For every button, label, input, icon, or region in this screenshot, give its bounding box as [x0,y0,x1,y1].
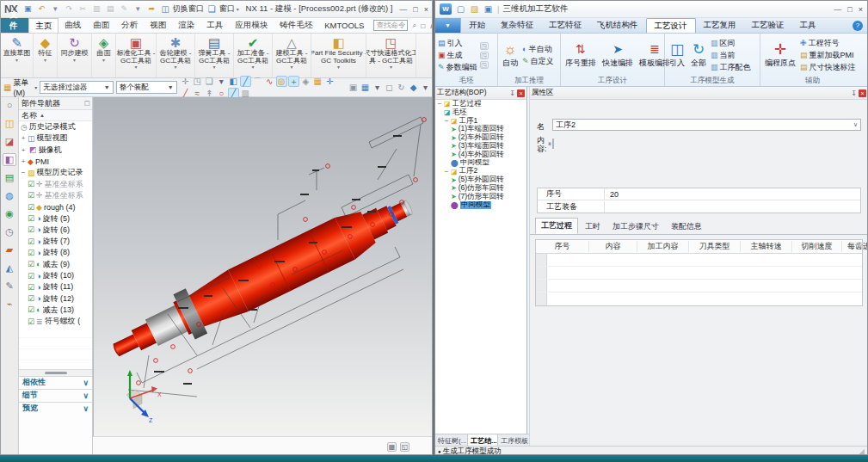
minimize-button[interactable]: — [399,5,407,14]
bop-tree-item[interactable]: ➤ (3)车端面回转 [435,142,526,151]
bop-tree-item[interactable]: ➤ (1)车端面回转 [435,125,526,133]
resource-bar-icon[interactable]: ✎ [3,280,16,293]
tree-item[interactable]: + ◆ PMI [19,156,92,167]
ribbon-button[interactable]: ↻ 同步建模 ▾ [58,34,92,77]
toolbar-icon[interactable]: ▣ [348,82,359,93]
toolbar-icon[interactable]: ◻ [384,82,395,93]
checkbox-icon[interactable]: ☑ [28,180,34,188]
quick-dimension-button[interactable]: ▤尺寸快速标注 [800,62,856,73]
scroll-down-icon[interactable]: ▼ [547,141,552,146]
operation-name-combo[interactable]: 工序2∨ [552,119,861,131]
copy-icon[interactable]: ▥ [91,3,102,15]
save-icon[interactable]: ▣ [22,3,34,15]
toolbar-icon[interactable]: ▦ [360,82,371,93]
toolbar-icon[interactable]: ◎ [276,76,287,87]
tab-process-features[interactable]: 工艺特征 [541,18,589,33]
toolbar-icon[interactable]: ◆ [408,82,419,93]
semi-auto-button[interactable]: ◐半自动 [522,44,554,55]
bop-tree-item[interactable]: ➤ (4)车外圆回转 [435,151,526,159]
tab-assembly-info[interactable]: 装配信息 [666,219,707,234]
toolbar-icon[interactable]: ◳ [192,76,203,87]
checkbox-icon[interactable]: ☑ [28,272,34,280]
bop-tree-item[interactable]: − ◪ 工序1 [435,117,526,126]
tree-item[interactable]: ☑ ✛ 基准坐标系 [19,190,92,201]
expander-icon[interactable]: − [21,169,26,176]
tab-kmtools[interactable]: KMTOOLS [318,18,370,33]
resource-bar-icon[interactable]: ○ [3,99,16,112]
selection-filter-combo[interactable]: 无选择过滤器▼ [40,81,114,94]
tree-item[interactable]: ☑ ◑ 旋转 (6) [19,225,92,236]
expander-icon[interactable]: − [444,117,449,125]
doc-control-icon[interactable]: □ [421,22,425,30]
auto-button[interactable]: ☼自动 [501,41,520,69]
name-column-header[interactable]: 名称▲ [19,110,92,121]
checkbox-icon[interactable]: ☑ [28,260,34,268]
resource-bar-icon[interactable]: ◷ [3,225,16,238]
tab-curve[interactable]: 曲线 [58,18,87,33]
blank-param-edit-button[interactable]: ✎参数编辑 [438,62,477,73]
help-icon[interactable]: ? [853,21,863,31]
forward-icon[interactable]: ➦ [146,3,157,15]
tree-item[interactable]: ◷ 历史记录模式 [19,121,92,132]
bop-tree-item[interactable]: ➤ (5)车外圆回转 [435,176,526,184]
section-details[interactable]: 细节∨ [19,389,92,402]
table-row[interactable] [536,254,862,267]
tab-process-reuse[interactable]: 工艺复用 [696,18,744,33]
content-textarea[interactable]: ▲ ▼ [552,139,554,149]
minimize-button[interactable]: — [834,5,841,14]
maximize-button[interactable]: □ [847,5,852,14]
checkbox-icon[interactable]: ☑ [28,191,34,200]
tab-tools[interactable]: 工具 [200,18,229,33]
column-header[interactable]: 加工内容 [637,241,689,252]
cut-icon[interactable]: ✂ [77,3,89,15]
tree-item[interactable]: ☑ ◑ 旋转 (10) [19,270,92,281]
expander-icon[interactable]: + [21,146,26,154]
custom-button[interactable]: ✎自定义 [522,56,554,67]
pin-icon[interactable]: ↧ [509,89,515,97]
reload-pmi-button[interactable]: ▤重新加载PMI [800,50,856,61]
new-doc-icon[interactable]: ▢ [455,3,466,15]
section-preview[interactable]: 预览∨ [19,402,92,415]
resource-bar-icon[interactable]: ◭ [3,262,16,274]
undo-dropdown-icon[interactable]: ▾ [50,3,61,15]
toolbar-icon[interactable]: ▾ [420,82,431,93]
tree-item[interactable]: ☑ ◑ 旋转 (11) [19,281,92,293]
ribbon-button[interactable]: ◈ 曲面 ▾ [92,34,116,77]
tree-item[interactable]: ☑ ◐ 减去 (9) [19,259,92,270]
toolbar-icon[interactable]: ▾ [216,76,227,87]
tab-render[interactable]: 渲染 [172,18,200,33]
open-icon[interactable]: ▨ [469,3,480,15]
ribbon-button[interactable]: ◆ 特征 ▾ [34,34,58,77]
toolbar-icon[interactable]: ❏ [204,76,215,87]
range-button[interactable]: ▥区间 [711,38,751,49]
column-header[interactable]: 内容 [589,241,637,252]
checkbox-icon[interactable]: ☑ [28,214,34,223]
edit-icon[interactable]: ✎ [119,3,130,15]
bop-tree-item[interactable]: − ◪ 工艺过程 [435,100,526,108]
resource-bar-icon[interactable]: ◉ [3,207,16,220]
tree-item[interactable]: ☑ ◑ 旋转 (5) [19,213,92,224]
column-header[interactable]: 主轴转速 [741,241,792,252]
redo-icon[interactable]: ↷ [64,3,75,15]
tab-process-design[interactable]: 工艺设计 [646,18,696,33]
graphics-viewport[interactable]: Z X [93,97,433,436]
ribbon-button[interactable]: ✎ 直接草图 ▾ [1,34,34,77]
bop-tree-item[interactable]: ➤ (2)车外圆回转 [435,133,526,142]
maximize-button[interactable]: □ [413,5,417,14]
column-header[interactable]: 刀具类型 [689,241,741,252]
expander-icon[interactable]: + [21,134,26,142]
save-icon[interactable]: ▣ [483,3,494,15]
resource-bar-icon[interactable]: ◧ [3,153,16,166]
column-header[interactable]: 切削速度 [792,241,842,252]
tree-item[interactable]: ☑ ◑ 旋转 (12) [19,293,92,304]
close-panel-icon[interactable]: × [859,89,866,97]
tree-item[interactable]: + ◩ 摄像机 [19,145,92,156]
resource-bar-icon[interactable]: ◍ [3,189,16,202]
tab-home[interactable]: 主页 [28,18,58,33]
toolbar-icon[interactable]: ╱ [240,76,251,87]
tree-item[interactable]: − ▨ 模型历史记录 [19,167,92,178]
checkbox-icon[interactable]: ☑ [28,237,34,246]
blank-generate-button[interactable]: ▣生成 [438,50,477,61]
tree-item[interactable]: ☑ ◐ 减去 (13) [19,305,92,316]
checkbox-icon[interactable]: ☑ [28,203,34,212]
